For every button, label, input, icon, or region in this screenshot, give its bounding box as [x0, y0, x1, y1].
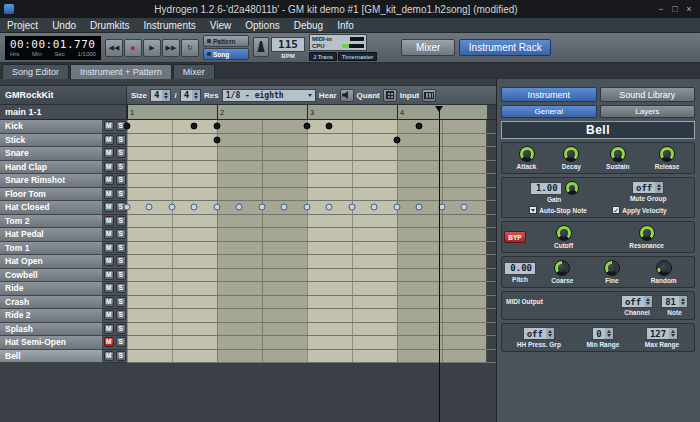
bpm-display[interactable]: 115 [271, 37, 305, 52]
resonance-knob[interactable] [639, 225, 655, 241]
solo-button[interactable]: S [116, 297, 126, 307]
solo-button[interactable]: S [116, 216, 126, 226]
midi-channel-spinner[interactable]: off [621, 295, 653, 308]
menu-drumkits[interactable]: Drumkits [83, 18, 136, 32]
mute-button[interactable]: M [104, 283, 114, 293]
instrument-name-hand-clap[interactable]: Hand Clap [0, 161, 103, 175]
menu-undo[interactable]: Undo [45, 18, 83, 32]
instrument-name-snare-rimshot[interactable]: Snare Rimshot [0, 174, 103, 188]
solo-button[interactable]: S [116, 310, 126, 320]
random-knob[interactable] [656, 260, 672, 276]
instrument-name-snare[interactable]: Snare [0, 147, 103, 161]
spinner-arrows-icon[interactable] [162, 90, 170, 101]
solo-button[interactable]: S [116, 175, 126, 185]
solo-button[interactable]: S [116, 256, 126, 266]
tab-instrument[interactable]: Instrument [501, 87, 597, 102]
min-range-spinner[interactable]: 0 [592, 327, 613, 340]
hear-notes-button[interactable] [340, 89, 354, 102]
resolution-dropdown[interactable]: 1/8 - eighth [222, 89, 316, 102]
filter-bypass-button[interactable]: BYP [504, 231, 526, 243]
spinner-arrows-icon[interactable] [605, 328, 613, 339]
size-numerator-spinner[interactable]: 4 [150, 89, 171, 102]
mute-group-spinner[interactable]: off [632, 181, 664, 194]
note-grid[interactable] [127, 147, 496, 161]
note[interactable] [191, 123, 198, 130]
mute-button[interactable]: M [104, 162, 114, 172]
mute-button[interactable]: M [104, 337, 114, 347]
playhead-marker[interactable] [435, 106, 443, 112]
mute-button[interactable]: M [104, 135, 114, 145]
spinner-arrows-icon[interactable] [655, 182, 663, 193]
instrument-name-ride-2[interactable]: Ride 2 [0, 309, 103, 323]
note[interactable] [348, 204, 355, 211]
sustain-knob[interactable] [610, 146, 626, 162]
note[interactable] [416, 204, 423, 211]
menu-options[interactable]: Options [238, 18, 286, 32]
solo-button[interactable]: S [116, 148, 126, 158]
solo-button[interactable]: S [116, 324, 126, 334]
note-grid[interactable] [127, 255, 496, 269]
spinner-arrows-icon[interactable] [192, 90, 200, 101]
fine-knob[interactable] [604, 260, 620, 276]
instrument-name-hat-closed[interactable]: Hat Closed [0, 201, 103, 215]
instrument-name-hat-pedal[interactable]: Hat Pedal [0, 228, 103, 242]
note[interactable] [213, 123, 220, 130]
note[interactable] [123, 123, 130, 130]
note[interactable] [213, 204, 220, 211]
note-grid[interactable] [127, 242, 496, 256]
attack-knob[interactable] [519, 146, 535, 162]
menu-project[interactable]: Project [0, 18, 45, 32]
note[interactable] [303, 123, 310, 130]
decay-knob[interactable] [563, 146, 579, 162]
spinner-arrows-icon[interactable] [669, 328, 677, 339]
instrument-name-ride[interactable]: Ride [0, 282, 103, 296]
note-grid[interactable] [127, 296, 496, 310]
note[interactable] [326, 204, 333, 211]
note-grid[interactable] [127, 188, 496, 202]
instrument-name-hat-open[interactable]: Hat Open [0, 255, 103, 269]
menu-info[interactable]: Info [330, 18, 361, 32]
note-grid[interactable] [127, 336, 496, 350]
max-range-spinner[interactable]: 127 [646, 327, 678, 340]
note[interactable] [123, 204, 130, 211]
solo-button[interactable]: S [116, 351, 126, 361]
note-grid[interactable] [127, 282, 496, 296]
menu-debug[interactable]: Debug [287, 18, 330, 32]
note[interactable] [461, 204, 468, 211]
instrument-name-kick[interactable]: Kick [0, 120, 103, 134]
solo-button[interactable]: S [116, 283, 126, 293]
note[interactable] [146, 204, 153, 211]
mute-button[interactable]: M [104, 216, 114, 226]
mute-button[interactable]: M [104, 121, 114, 131]
timemaster-button[interactable]: Timemaster [338, 52, 377, 61]
mute-button[interactable]: M [104, 297, 114, 307]
instrument-name-tom-2[interactable]: Tom 2 [0, 215, 103, 229]
note[interactable] [168, 204, 175, 211]
note-grid[interactable] [127, 350, 496, 364]
tab-sound-library[interactable]: Sound Library [600, 87, 696, 102]
note[interactable] [371, 204, 378, 211]
mute-button[interactable]: M [104, 243, 114, 253]
note-grid[interactable] [127, 134, 496, 148]
mute-button[interactable]: M [104, 351, 114, 361]
release-knob[interactable] [659, 146, 675, 162]
mute-button[interactable]: M [104, 148, 114, 158]
note[interactable] [303, 204, 310, 211]
metronome-button[interactable] [253, 37, 269, 57]
instrument-name-crash[interactable]: Crash [0, 296, 103, 310]
solo-button[interactable]: S [116, 162, 126, 172]
tab-song-editor[interactable]: Song Editor [2, 64, 69, 79]
record-button[interactable]: ● [124, 39, 142, 57]
instrument-name-splash[interactable]: Splash [0, 323, 103, 337]
note[interactable] [393, 204, 400, 211]
cutoff-knob[interactable] [556, 225, 572, 241]
hh-pressure-group-spinner[interactable]: off [523, 327, 555, 340]
quantize-button[interactable] [383, 89, 397, 102]
minimize-button[interactable]: − [654, 0, 668, 18]
auto-stop-note-checkbox[interactable] [529, 206, 537, 214]
solo-button[interactable]: S [116, 229, 126, 239]
solo-button[interactable]: S [116, 135, 126, 145]
mute-button[interactable]: M [104, 189, 114, 199]
note-grid[interactable] [127, 228, 496, 242]
note-grid[interactable] [127, 201, 496, 215]
